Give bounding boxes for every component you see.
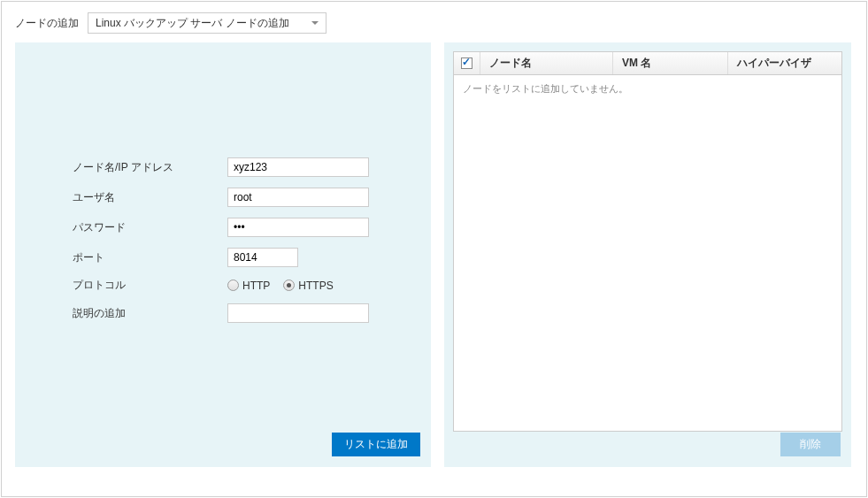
protocol-https-radio[interactable]: HTTPS bbox=[283, 280, 333, 292]
radio-icon bbox=[283, 280, 295, 291]
protocol-http-label: HTTP bbox=[242, 280, 270, 292]
column-header-vm[interactable]: VM 名 bbox=[613, 52, 728, 74]
top-bar: ノードの追加 Linux バックアップ サーバ ノードの追加 bbox=[2, 2, 866, 42]
add-to-list-button[interactable]: リストに追加 bbox=[332, 433, 420, 456]
table-body: ノードをリストに追加していません。 bbox=[454, 75, 841, 103]
port-label: ポート bbox=[73, 250, 227, 265]
add-node-label: ノードの追加 bbox=[15, 16, 79, 31]
form-panel: ノード名/IP アドレス ユーザ名 パスワード ポート プロトコル bbox=[15, 42, 431, 467]
node-ip-input[interactable] bbox=[227, 157, 369, 177]
form-row-username: ユーザ名 bbox=[73, 188, 422, 207]
table-header: ノード名 VM 名 ハイパーバイザ bbox=[454, 52, 841, 75]
protocol-http-radio[interactable]: HTTP bbox=[227, 280, 270, 292]
description-label: 説明の追加 bbox=[73, 306, 227, 321]
username-label: ユーザ名 bbox=[73, 190, 227, 205]
select-all-cell[interactable] bbox=[454, 52, 480, 74]
protocol-radio-group: HTTP HTTPS bbox=[227, 280, 334, 292]
list-panel: ノード名 VM 名 ハイパーバイザ ノードをリストに追加していません。 削除 bbox=[444, 42, 851, 467]
protocol-https-label: HTTPS bbox=[298, 280, 333, 292]
form-row-password: パスワード bbox=[73, 218, 422, 237]
column-header-hypervisor[interactable]: ハイパーバイザ bbox=[728, 52, 841, 74]
node-type-dropdown[interactable]: Linux バックアップ サーバ ノードの追加 bbox=[88, 12, 326, 34]
form-row-protocol: プロトコル HTTP HTTPS bbox=[73, 278, 422, 293]
port-input[interactable] bbox=[227, 248, 298, 267]
main-container: ノードの追加 Linux バックアップ サーバ ノードの追加 ノード名/IP ア… bbox=[1, 1, 867, 497]
form-area: ノード名/IP アドレス ユーザ名 パスワード ポート プロトコル bbox=[24, 157, 422, 323]
node-table: ノード名 VM 名 ハイパーバイザ ノードをリストに追加していません。 bbox=[453, 51, 842, 432]
description-input[interactable] bbox=[227, 303, 369, 323]
panels-wrapper: ノード名/IP アドレス ユーザ名 パスワード ポート プロトコル bbox=[2, 42, 866, 485]
form-row-port: ポート bbox=[73, 248, 422, 267]
empty-list-message: ノードをリストに追加していません。 bbox=[463, 83, 628, 94]
protocol-label: プロトコル bbox=[73, 278, 227, 293]
password-input[interactable] bbox=[227, 218, 369, 237]
password-label: パスワード bbox=[73, 220, 227, 235]
form-row-node-ip: ノード名/IP アドレス bbox=[73, 157, 422, 177]
node-ip-label: ノード名/IP アドレス bbox=[73, 160, 227, 175]
username-input[interactable] bbox=[227, 188, 369, 207]
chevron-down-icon bbox=[311, 21, 319, 25]
delete-button[interactable]: 削除 bbox=[780, 433, 841, 456]
form-row-description: 説明の追加 bbox=[73, 303, 422, 323]
checkbox-icon bbox=[461, 57, 472, 69]
radio-icon bbox=[227, 280, 239, 291]
column-header-node[interactable]: ノード名 bbox=[480, 52, 613, 74]
dropdown-selected-value: Linux バックアップ サーバ ノードの追加 bbox=[96, 16, 289, 31]
